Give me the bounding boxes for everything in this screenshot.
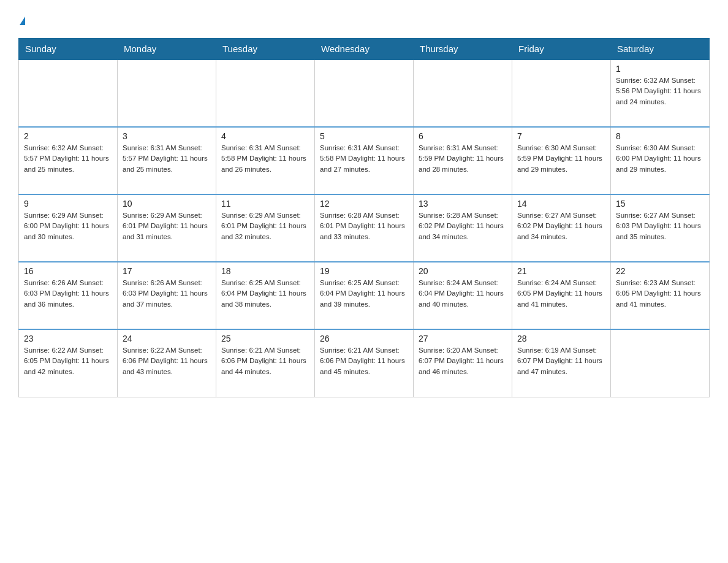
calendar-cell: 15Sunrise: 6:27 AM Sunset: 6:03 PM Dayli… [611, 194, 710, 262]
calendar-day-header: Wednesday [315, 39, 414, 60]
day-info: Sunrise: 6:29 AM Sunset: 6:00 PM Dayligh… [24, 210, 112, 242]
day-info: Sunrise: 6:22 AM Sunset: 6:05 PM Dayligh… [24, 345, 112, 377]
calendar-week-row: 2Sunrise: 6:32 AM Sunset: 5:57 PM Daylig… [19, 127, 710, 194]
calendar-cell: 27Sunrise: 6:20 AM Sunset: 6:07 PM Dayli… [414, 329, 512, 397]
calendar-header-row: SundayMondayTuesdayWednesdayThursdayFrid… [19, 39, 710, 60]
day-info: Sunrise: 6:22 AM Sunset: 6:06 PM Dayligh… [123, 345, 211, 377]
calendar-cell: 18Sunrise: 6:25 AM Sunset: 6:04 PM Dayli… [216, 262, 315, 329]
calendar-day-header: Sunday [19, 39, 118, 60]
calendar-cell: 4Sunrise: 6:31 AM Sunset: 5:58 PM Daylig… [216, 127, 315, 194]
page-header [18, 12, 710, 28]
day-info: Sunrise: 6:31 AM Sunset: 5:59 PM Dayligh… [419, 143, 507, 175]
calendar-cell: 6Sunrise: 6:31 AM Sunset: 5:59 PM Daylig… [414, 127, 512, 194]
day-number: 1 [616, 64, 704, 74]
logo-triangle-icon [20, 17, 25, 25]
calendar-cell: 28Sunrise: 6:19 AM Sunset: 6:07 PM Dayli… [512, 329, 611, 397]
calendar-cell [19, 59, 118, 127]
day-number: 23 [24, 334, 112, 343]
day-number: 4 [221, 131, 309, 141]
day-info: Sunrise: 6:27 AM Sunset: 6:02 PM Dayligh… [517, 210, 605, 242]
day-number: 8 [616, 131, 704, 141]
day-info: Sunrise: 6:24 AM Sunset: 6:05 PM Dayligh… [517, 278, 605, 310]
day-info: Sunrise: 6:19 AM Sunset: 6:07 PM Dayligh… [517, 345, 605, 377]
calendar-cell: 5Sunrise: 6:31 AM Sunset: 5:58 PM Daylig… [315, 127, 414, 194]
logo-top-line [18, 12, 25, 28]
day-number: 26 [320, 334, 408, 343]
day-number: 25 [221, 334, 309, 343]
calendar-week-row: 9Sunrise: 6:29 AM Sunset: 6:00 PM Daylig… [19, 194, 710, 262]
day-number: 2 [24, 131, 112, 141]
day-info: Sunrise: 6:26 AM Sunset: 6:03 PM Dayligh… [24, 278, 112, 310]
day-info: Sunrise: 6:21 AM Sunset: 6:06 PM Dayligh… [221, 345, 309, 377]
calendar-cell: 7Sunrise: 6:30 AM Sunset: 5:59 PM Daylig… [512, 127, 611, 194]
calendar-cell: 10Sunrise: 6:29 AM Sunset: 6:01 PM Dayli… [118, 194, 216, 262]
calendar-day-header: Monday [118, 39, 216, 60]
calendar-cell [118, 59, 216, 127]
day-number: 15 [616, 199, 704, 209]
day-number: 12 [320, 199, 408, 209]
calendar-week-row: 16Sunrise: 6:26 AM Sunset: 6:03 PM Dayli… [19, 262, 710, 329]
day-info: Sunrise: 6:29 AM Sunset: 6:01 PM Dayligh… [221, 210, 309, 242]
day-info: Sunrise: 6:30 AM Sunset: 5:59 PM Dayligh… [517, 143, 605, 175]
day-number: 14 [517, 199, 605, 209]
calendar-day-header: Tuesday [216, 39, 315, 60]
calendar-cell: 17Sunrise: 6:26 AM Sunset: 6:03 PM Dayli… [118, 262, 216, 329]
day-number: 5 [320, 131, 408, 141]
calendar-day-header: Saturday [611, 39, 710, 60]
day-number: 9 [24, 199, 112, 209]
calendar-cell: 11Sunrise: 6:29 AM Sunset: 6:01 PM Dayli… [216, 194, 315, 262]
day-number: 13 [419, 199, 507, 209]
day-info: Sunrise: 6:29 AM Sunset: 6:01 PM Dayligh… [123, 210, 211, 242]
day-number: 28 [517, 334, 605, 343]
day-number: 20 [419, 266, 507, 276]
calendar-week-row: 1Sunrise: 6:32 AM Sunset: 5:56 PM Daylig… [19, 59, 710, 127]
calendar-table: SundayMondayTuesdayWednesdayThursdayFrid… [18, 38, 710, 397]
day-info: Sunrise: 6:28 AM Sunset: 6:01 PM Dayligh… [320, 210, 408, 242]
day-info: Sunrise: 6:25 AM Sunset: 6:04 PM Dayligh… [221, 278, 309, 310]
day-number: 18 [221, 266, 309, 276]
calendar-day-header: Thursday [414, 39, 512, 60]
calendar-cell: 22Sunrise: 6:23 AM Sunset: 6:05 PM Dayli… [611, 262, 710, 329]
day-number: 10 [123, 199, 211, 209]
day-info: Sunrise: 6:20 AM Sunset: 6:07 PM Dayligh… [419, 345, 507, 377]
calendar-cell [512, 59, 611, 127]
day-number: 3 [123, 131, 211, 141]
calendar-cell: 21Sunrise: 6:24 AM Sunset: 6:05 PM Dayli… [512, 262, 611, 329]
calendar-cell: 16Sunrise: 6:26 AM Sunset: 6:03 PM Dayli… [19, 262, 118, 329]
calendar-cell: 3Sunrise: 6:31 AM Sunset: 5:57 PM Daylig… [118, 127, 216, 194]
calendar-cell: 14Sunrise: 6:27 AM Sunset: 6:02 PM Dayli… [512, 194, 611, 262]
day-info: Sunrise: 6:21 AM Sunset: 6:06 PM Dayligh… [320, 345, 408, 377]
day-number: 16 [24, 266, 112, 276]
day-info: Sunrise: 6:32 AM Sunset: 5:57 PM Dayligh… [24, 143, 112, 175]
calendar-cell: 19Sunrise: 6:25 AM Sunset: 6:04 PM Dayli… [315, 262, 414, 329]
day-info: Sunrise: 6:24 AM Sunset: 6:04 PM Dayligh… [419, 278, 507, 310]
calendar-cell: 8Sunrise: 6:30 AM Sunset: 6:00 PM Daylig… [611, 127, 710, 194]
day-info: Sunrise: 6:31 AM Sunset: 5:57 PM Dayligh… [123, 143, 211, 175]
calendar-cell: 23Sunrise: 6:22 AM Sunset: 6:05 PM Dayli… [19, 329, 118, 397]
day-number: 22 [616, 266, 704, 276]
calendar-cell: 26Sunrise: 6:21 AM Sunset: 6:06 PM Dayli… [315, 329, 414, 397]
day-number: 27 [419, 334, 507, 343]
day-info: Sunrise: 6:26 AM Sunset: 6:03 PM Dayligh… [123, 278, 211, 310]
calendar-cell: 24Sunrise: 6:22 AM Sunset: 6:06 PM Dayli… [118, 329, 216, 397]
day-info: Sunrise: 6:30 AM Sunset: 6:00 PM Dayligh… [616, 143, 704, 175]
day-info: Sunrise: 6:31 AM Sunset: 5:58 PM Dayligh… [221, 143, 309, 175]
day-number: 11 [221, 199, 309, 209]
calendar-cell [414, 59, 512, 127]
calendar-cell: 25Sunrise: 6:21 AM Sunset: 6:06 PM Dayli… [216, 329, 315, 397]
calendar-week-row: 23Sunrise: 6:22 AM Sunset: 6:05 PM Dayli… [19, 329, 710, 397]
calendar-cell: 12Sunrise: 6:28 AM Sunset: 6:01 PM Dayli… [315, 194, 414, 262]
day-number: 24 [123, 334, 211, 343]
calendar-cell: 13Sunrise: 6:28 AM Sunset: 6:02 PM Dayli… [414, 194, 512, 262]
day-info: Sunrise: 6:28 AM Sunset: 6:02 PM Dayligh… [419, 210, 507, 242]
day-number: 6 [419, 131, 507, 141]
logo [18, 12, 25, 28]
day-info: Sunrise: 6:32 AM Sunset: 5:56 PM Dayligh… [616, 75, 704, 107]
calendar-cell [611, 329, 710, 397]
day-number: 19 [320, 266, 408, 276]
calendar-cell: 2Sunrise: 6:32 AM Sunset: 5:57 PM Daylig… [19, 127, 118, 194]
calendar-cell [216, 59, 315, 127]
calendar-cell: 9Sunrise: 6:29 AM Sunset: 6:00 PM Daylig… [19, 194, 118, 262]
day-info: Sunrise: 6:25 AM Sunset: 6:04 PM Dayligh… [320, 278, 408, 310]
day-number: 7 [517, 131, 605, 141]
